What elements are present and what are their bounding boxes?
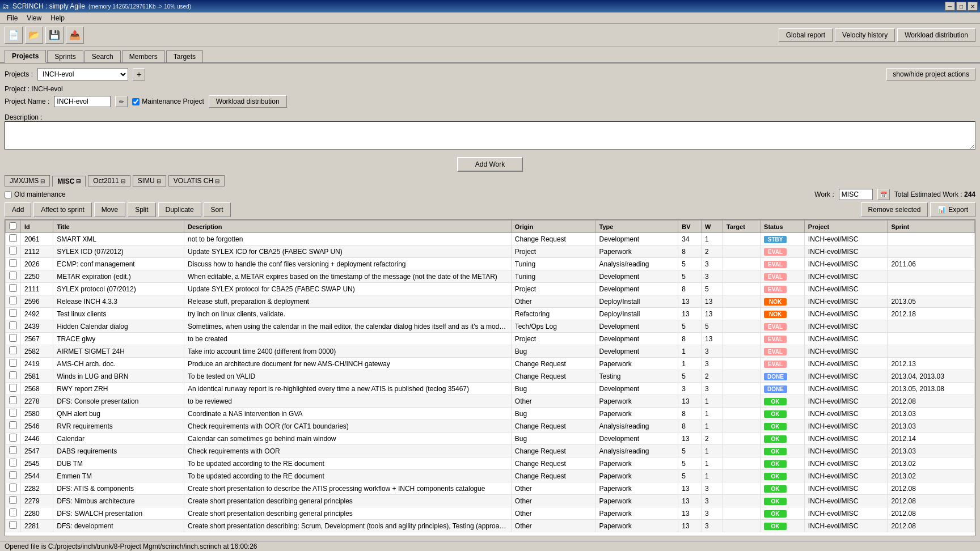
row-title[interactable]: Emmen TM <box>53 470 184 482</box>
tab-sprints[interactable]: Sprints <box>47 50 83 62</box>
row-title[interactable]: SYLEX ICD (07/2012) <box>53 245 184 258</box>
row-select-checkbox[interactable] <box>9 334 17 342</box>
duplicate-button[interactable]: Duplicate <box>158 202 201 217</box>
row-select-checkbox[interactable] <box>9 259 17 267</box>
row-select-checkbox[interactable] <box>9 409 17 417</box>
row-select-checkbox[interactable] <box>9 234 17 242</box>
sub-tab-simu[interactable]: SIMU ⊟ <box>133 175 166 187</box>
sub-tab-jmx-close-icon[interactable]: ⊟ <box>40 178 45 184</box>
sub-tab-jmx[interactable]: JMX/JMS ⊟ <box>5 175 50 187</box>
row-title[interactable]: TRACE glwy <box>53 333 184 345</box>
add-work-button[interactable]: Add Work <box>457 157 523 172</box>
sub-tab-volatis-close-icon[interactable]: ⊟ <box>215 178 219 184</box>
row-select-checkbox[interactable] <box>9 384 17 392</box>
row-title[interactable]: DFS: Console presentation <box>53 395 184 408</box>
row-select-checkbox[interactable] <box>9 346 17 354</box>
show-hide-button[interactable]: show/hide project actions <box>886 68 975 80</box>
project-name-input[interactable] <box>54 96 111 107</box>
row-title[interactable]: AIRMET SIGMET 24H <box>53 345 184 358</box>
row-title[interactable]: DFS: SWALCH presentation <box>53 507 184 520</box>
row-select-checkbox[interactable] <box>9 434 17 442</box>
row-select-checkbox[interactable] <box>9 309 17 317</box>
row-title[interactable]: AMS-CH arch. doc. <box>53 358 184 370</box>
row-select-checkbox[interactable] <box>9 496 17 504</box>
row-select-checkbox[interactable] <box>9 421 17 429</box>
row-title[interactable]: METAR expiration (edit.) <box>53 270 184 283</box>
work-input[interactable] <box>839 189 873 200</box>
row-select-checkbox[interactable] <box>9 284 17 292</box>
minimize-button[interactable]: ─ <box>945 2 955 11</box>
row-title[interactable]: Test linux clients <box>53 308 184 320</box>
sub-tab-misc-close-icon[interactable]: ⊟ <box>76 178 81 184</box>
tab-projects[interactable]: Projects <box>5 50 46 63</box>
sub-tab-volatis[interactable]: VOLATIS CH ⊟ <box>168 175 225 187</box>
add-project-button[interactable]: + <box>133 68 145 80</box>
menu-file[interactable]: File <box>2 13 22 23</box>
row-title[interactable]: DABS requirements <box>53 445 184 457</box>
sort-button[interactable]: Sort <box>204 202 231 217</box>
row-select-checkbox[interactable] <box>9 484 17 491</box>
row-select-checkbox[interactable] <box>9 396 17 404</box>
affect-to-sprint-button[interactable]: Affect to sprint <box>33 202 91 217</box>
row-title[interactable]: DFS: ATIS & components <box>53 482 184 495</box>
window-controls[interactable]: ─ □ ✕ <box>945 2 978 11</box>
row-select-checkbox[interactable] <box>9 371 17 379</box>
row-select-checkbox[interactable] <box>9 508 17 516</box>
export-button-action[interactable]: 📊 Export <box>930 202 975 217</box>
old-maintenance-checkbox[interactable] <box>5 191 12 198</box>
work-table-container[interactable]: Id Title Description Origin Type BV W Ta… <box>5 219 975 536</box>
open-button[interactable]: 📂 <box>25 27 43 44</box>
project-name-edit-button[interactable]: ✏ <box>115 96 128 107</box>
row-select-checkbox[interactable] <box>9 359 17 367</box>
workload-distribution-button[interactable]: Workload distribution <box>897 28 975 42</box>
row-select-checkbox[interactable] <box>9 296 17 304</box>
row-title[interactable]: RVR requirements <box>53 420 184 433</box>
save-button[interactable]: 💾 <box>45 27 64 44</box>
row-title[interactable]: Winds in LUG and BRN <box>53 370 184 383</box>
move-button[interactable]: Move <box>94 202 125 217</box>
row-select-checkbox[interactable] <box>9 471 17 479</box>
table-row: 2281 DFS: development Create short prese… <box>6 520 975 532</box>
project-select[interactable]: INCH-evol SIMU VOLATIS <box>37 68 128 80</box>
maintenance-checkbox[interactable] <box>132 98 140 105</box>
close-button[interactable]: ✕ <box>968 2 978 11</box>
menu-view[interactable]: View <box>22 13 46 23</box>
row-title[interactable]: DFS: Nimbus architecture <box>53 495 184 507</box>
row-title[interactable]: SMART XML <box>53 233 184 245</box>
row-select-checkbox[interactable] <box>9 459 17 467</box>
row-title[interactable]: DFS: development <box>53 520 184 532</box>
sub-tab-oct2011[interactable]: Oct2011 ⊟ <box>88 175 130 187</box>
velocity-history-button[interactable]: Velocity history <box>835 28 895 42</box>
row-title[interactable]: Calendar <box>53 433 184 445</box>
maximize-button[interactable]: □ <box>956 2 966 11</box>
sub-tab-oct2011-close-icon[interactable]: ⊟ <box>121 178 125 184</box>
row-select-checkbox[interactable] <box>9 321 17 329</box>
row-title[interactable]: QNH alert bug <box>53 408 184 420</box>
select-all-checkbox[interactable] <box>9 222 16 230</box>
sub-tab-simu-close-icon[interactable]: ⊟ <box>157 178 161 184</box>
workload-distribution-project-button[interactable]: Workload distribution <box>209 95 287 108</box>
row-select-checkbox[interactable] <box>9 247 17 255</box>
row-title[interactable]: DUB TM <box>53 457 184 470</box>
export-button[interactable]: 📤 <box>66 27 84 44</box>
tab-search[interactable]: Search <box>85 50 121 62</box>
row-title[interactable]: RWY report ZRH <box>53 383 184 395</box>
row-title[interactable]: ECMP: conf management <box>53 258 184 270</box>
tab-members[interactable]: Members <box>122 50 165 62</box>
add-button[interactable]: Add <box>5 202 31 217</box>
row-title[interactable]: Release INCH 4.3.3 <box>53 295 184 308</box>
row-select-checkbox[interactable] <box>9 272 17 279</box>
tab-targets[interactable]: Targets <box>166 50 203 62</box>
global-report-button[interactable]: Global report <box>779 28 833 42</box>
split-button[interactable]: Split <box>128 202 155 217</box>
row-title[interactable]: SYLEX protocol (07/2012) <box>53 283 184 295</box>
description-textarea[interactable] <box>5 121 975 150</box>
row-select-checkbox[interactable] <box>9 521 17 529</box>
menu-help[interactable]: Help <box>46 13 69 23</box>
new-button[interactable]: 📄 <box>5 27 23 44</box>
work-calendar-button[interactable]: 📅 <box>877 189 890 200</box>
remove-selected-button[interactable]: Remove selected <box>861 202 928 217</box>
row-title[interactable]: Hidden Calendar dialog <box>53 320 184 333</box>
row-select-checkbox[interactable] <box>9 446 17 454</box>
sub-tab-misc[interactable]: MISC ⊟ <box>52 176 86 187</box>
